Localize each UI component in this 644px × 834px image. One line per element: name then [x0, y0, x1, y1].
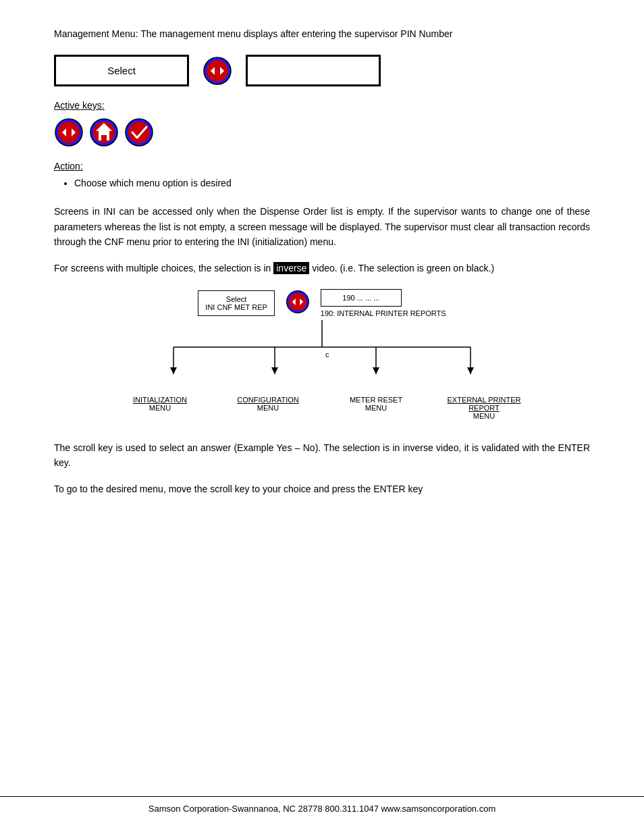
- diagram-line1: Select: [205, 295, 267, 303]
- external-menu-label: EXTERNAL PRINTER REPORT MENU: [437, 396, 531, 420]
- svg-marker-27: [467, 367, 474, 374]
- svg-point-5: [58, 122, 80, 143]
- svg-marker-25: [271, 367, 278, 374]
- footer-text: Samson Corporation-Swannanoa, NC 28778 8…: [149, 804, 496, 814]
- active-keys-label: Active keys:: [54, 100, 590, 111]
- body-text2-post: video. (i.e. The selection is green on b…: [309, 263, 494, 273]
- meter-menu-word1: METER RESET: [350, 396, 402, 404]
- action-label: Action:: [54, 161, 590, 172]
- action-item-1: Choose which menu option is desired: [74, 176, 590, 190]
- svg-marker-26: [373, 367, 379, 374]
- select-box: Select: [54, 55, 189, 86]
- svg-rect-11: [101, 135, 107, 140]
- menu-labels-row: INITIALIZATION MENU CONFIGURATION MENU M…: [113, 396, 531, 420]
- config-menu-label: CONFIGURATION MENU: [221, 396, 315, 420]
- init-menu-word2: MENU: [149, 404, 171, 412]
- diagram-select-box: Select INI CNF MET REP: [198, 290, 274, 316]
- external-menu-word2: REPORT: [468, 404, 500, 412]
- svg-point-1: [207, 60, 228, 82]
- tree-svg: c: [126, 320, 518, 401]
- inverse-word: inverse: [273, 262, 309, 274]
- config-menu-word2: MENU: [257, 404, 279, 412]
- menu-diagram: Select INI CNF MET REP 190 ... ... ... 1…: [113, 289, 531, 420]
- scroll-circle-icon: [54, 118, 84, 147]
- config-menu-underline: CONFIGURATION: [237, 396, 298, 404]
- body-paragraph-4: To go to the desired menu, move the scro…: [54, 481, 590, 496]
- svg-point-15: [289, 293, 306, 311]
- internal-label: 190: INTERNAL PRINTER REPORTS: [321, 309, 446, 317]
- init-menu-label: INITIALIZATION MENU: [113, 396, 207, 420]
- body-text2-pre: For screens with multiple choices, the s…: [54, 263, 273, 273]
- init-menu-underline: INITIALIZATION: [133, 396, 187, 404]
- external-menu-underline: EXTERNAL PRINTER: [447, 396, 520, 404]
- scroll-key-icon: [203, 56, 232, 86]
- action-list: Choose which menu option is desired: [74, 176, 590, 190]
- intro-text: Management Menu: The management menu dis…: [54, 27, 590, 41]
- meter-menu-label: METER RESET MENU: [329, 396, 423, 420]
- meter-menu-word2: MENU: [365, 404, 387, 412]
- footer: Samson Corporation-Swannanoa, NC 28778 8…: [0, 796, 644, 814]
- active-keys-row: [54, 118, 590, 147]
- body-paragraph-3: The scroll key is used to select an answ…: [54, 440, 590, 471]
- diagram-line2: INI CNF MET REP: [205, 303, 267, 311]
- diagram-right-box: 190 ... ... ...: [321, 289, 402, 307]
- body-paragraph-2: For screens with multiple choices, the s…: [54, 261, 590, 276]
- home-icon: [89, 118, 119, 147]
- external-menu-word3: MENU: [473, 412, 495, 420]
- svg-text:c: c: [325, 350, 329, 359]
- body-paragraph-1: Screens in INI can be accessed only when…: [54, 204, 590, 249]
- svg-marker-24: [170, 367, 177, 374]
- diagram-scroll-icon: [286, 290, 310, 316]
- screen-display-row: Select: [54, 55, 590, 86]
- empty-box: [246, 55, 381, 86]
- check-icon: [124, 118, 154, 147]
- diagram-top-row: Select INI CNF MET REP 190 ... ... ... 1…: [113, 289, 531, 317]
